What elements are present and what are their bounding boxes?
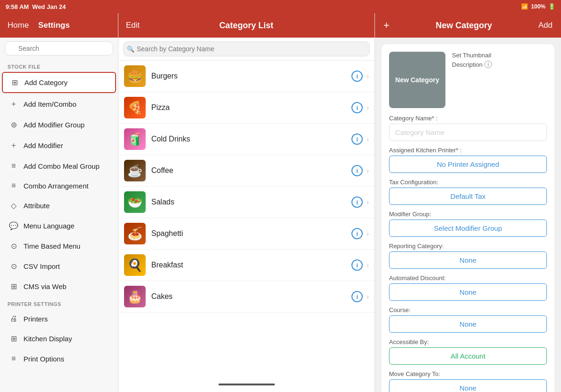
category-name-burgers: Burgers — [151, 72, 346, 80]
table-row[interactable]: ☕ Coffee i › — [118, 155, 374, 187]
sidebar: Home Settings 🔍 STOCK FILE ⊞ Add Categor… — [0, 13, 118, 392]
sidebar-item-add-modifier-group[interactable]: ⊚ Add Modifier Group — [2, 115, 116, 134]
category-search-icon: 🔍 — [127, 46, 134, 53]
sidebar-item-csv-import[interactable]: ⊙ CSV Import — [2, 257, 116, 276]
accessible-by-field: Accessible By: All Account — [389, 338, 547, 365]
settings-label[interactable]: Settings — [38, 21, 70, 30]
info-button-breakfast[interactable]: i — [351, 259, 363, 271]
course-button[interactable]: None — [389, 315, 547, 333]
info-button-cold-drinks[interactable]: i — [351, 133, 363, 145]
sidebar-item-add-item-combo[interactable]: ＋ Add Item/Combo — [2, 94, 116, 114]
sidebar-item-print-options[interactable]: ≡ Print Options — [2, 349, 116, 368]
table-row[interactable]: 🥗 Salads i › — [118, 187, 374, 218]
kitchen-printer-button[interactable]: No Printer Assigned — [389, 156, 547, 173]
accessible-by-label: Accessible By: — [389, 338, 547, 345]
category-name-input[interactable] — [389, 124, 547, 141]
table-row[interactable]: 🍕 Pizza i › — [118, 92, 374, 124]
move-category-field: Move Category To: None — [389, 370, 547, 392]
category-list-header: Edit Category List — [118, 13, 374, 38]
modifier-group-field: Modifier Group: Select Modifier Group — [389, 211, 547, 237]
sidebar-item-combo-arrangement[interactable]: ≡ Combo Arrangement — [2, 176, 116, 195]
sidebar-item-time-based-menu[interactable]: ⊙ Time Based Menu — [2, 236, 116, 256]
course-label: Course: — [389, 306, 547, 314]
add-item-icon: ＋ — [8, 99, 19, 109]
kitchen-printer-label: Assigned Kitchen Printer* : — [389, 147, 547, 154]
table-row[interactable]: 🧃 Cold Drinks i › — [118, 124, 374, 155]
chevron-icon-spaghetti: › — [366, 230, 369, 237]
sidebar-item-label: Add Modifier — [23, 141, 63, 149]
home-button[interactable]: Home — [8, 21, 29, 30]
combo-meal-icon: ≡ — [8, 162, 19, 170]
printer-section-label: PRINTER SETTINGS — [0, 297, 118, 309]
category-thumb-cakes: 🎂 — [124, 286, 146, 307]
move-category-button[interactable]: None — [389, 379, 547, 392]
add-modifier-icon: ＋ — [8, 141, 19, 150]
info-button-burgers[interactable]: i — [351, 71, 363, 82]
sidebar-item-add-category[interactable]: ⊞ Add Category — [2, 72, 116, 93]
reporting-category-button[interactable]: None — [389, 251, 547, 269]
description-info: Description i — [452, 61, 492, 68]
sidebar-item-printers[interactable]: 🖨 Printers — [2, 309, 116, 328]
sidebar-item-add-modifier[interactable]: ＋ Add Modifier — [2, 135, 116, 156]
table-row[interactable]: 🍳 Breakfast i › — [118, 250, 374, 281]
sidebar-item-label: Printers — [23, 315, 48, 323]
new-category-title: New Category — [436, 21, 492, 31]
sidebar-search-input[interactable] — [5, 41, 113, 55]
sidebar-item-label: Combo Arrangement — [23, 182, 88, 190]
kitchen-printer-field: Assigned Kitchen Printer* : No Printer A… — [389, 147, 547, 173]
new-category-content: New Category Set Thumbnail Description i… — [375, 38, 561, 392]
plus-button[interactable]: + — [383, 19, 390, 31]
menu-language-icon: 💬 — [8, 221, 19, 230]
sidebar-item-add-combo-meal-group[interactable]: ≡ Add Combo Meal Group — [2, 157, 116, 175]
automated-discount-label: Automated Discount: — [389, 274, 547, 282]
chevron-icon-breakfast: › — [366, 261, 369, 269]
info-button-pizza[interactable]: i — [351, 102, 363, 113]
category-list: 🍔 Burgers i › 🍕 Pizza i › — [118, 61, 374, 377]
status-bar: 9:58 AM Wed Jan 24 📶 100% 🔋 — [0, 0, 561, 13]
chevron-icon-salads: › — [366, 198, 369, 206]
battery-label: 100% — [531, 3, 545, 10]
add-category-icon: ⊞ — [9, 78, 20, 87]
category-thumb-pizza: 🍕 — [124, 97, 146, 118]
accessible-by-button[interactable]: All Account — [389, 347, 547, 365]
reporting-category-field: Reporting Category: None — [389, 243, 547, 269]
new-category-panel: + New Category Add New Category Set Thum… — [375, 13, 561, 392]
category-name-cold-drinks: Cold Drinks — [151, 135, 346, 143]
wifi-icon: 📶 — [521, 3, 528, 10]
sidebar-item-menu-language[interactable]: 💬 Menu Language — [2, 216, 116, 235]
table-row[interactable]: 🍔 Burgers i › — [118, 61, 374, 92]
sidebar-item-cms-web[interactable]: ⊞ CMS via Web — [2, 277, 116, 296]
add-button[interactable]: Add — [538, 21, 553, 30]
cms-icon: ⊞ — [8, 282, 19, 291]
category-thumb-breakfast: 🍳 — [124, 254, 146, 276]
status-indicators: 📶 100% 🔋 — [521, 3, 555, 10]
thumbnail-section: New Category Set Thumbnail Description i — [389, 52, 547, 108]
info-button-cakes[interactable]: i — [351, 291, 363, 302]
info-button-spaghetti[interactable]: i — [351, 228, 363, 239]
move-category-label: Move Category To: — [389, 370, 547, 377]
tax-config-button[interactable]: Default Tax — [389, 188, 547, 205]
info-button-salads[interactable]: i — [351, 196, 363, 208]
category-list-title: Category List — [219, 21, 273, 31]
table-row[interactable]: 🍝 Spaghetti i › — [118, 218, 374, 250]
edit-button[interactable]: Edit — [126, 21, 140, 30]
modifier-group-label: Modifier Group: — [389, 211, 547, 218]
status-time: 9:58 AM Wed Jan 24 — [6, 3, 66, 10]
chevron-icon-pizza: › — [366, 104, 369, 111]
automated-discount-button[interactable]: None — [389, 283, 547, 301]
category-name-salads: Salads — [151, 198, 346, 206]
info-button-coffee[interactable]: i — [351, 165, 363, 176]
category-name-field: Category Name* : — [389, 115, 547, 141]
sidebar-item-label: CSV Import — [23, 262, 60, 270]
modifier-group-button[interactable]: Select Modifier Group — [389, 220, 547, 237]
description-info-icon[interactable]: i — [484, 61, 492, 68]
automated-discount-field: Automated Discount: None — [389, 274, 547, 301]
sidebar-item-attribute[interactable]: ◇ Attribute — [2, 196, 116, 215]
sidebar-item-kitchen-display[interactable]: ⊞ Kitchen Display — [2, 329, 116, 348]
chevron-icon-cold-drinks: › — [366, 135, 369, 143]
table-row[interactable]: 🎂 Cakes i › — [118, 281, 374, 313]
thumbnail-box[interactable]: New Category — [389, 52, 445, 108]
sidebar-item-label: CMS via Web — [23, 282, 66, 290]
chevron-icon-cakes: › — [366, 293, 369, 300]
category-search-input[interactable] — [123, 41, 370, 56]
